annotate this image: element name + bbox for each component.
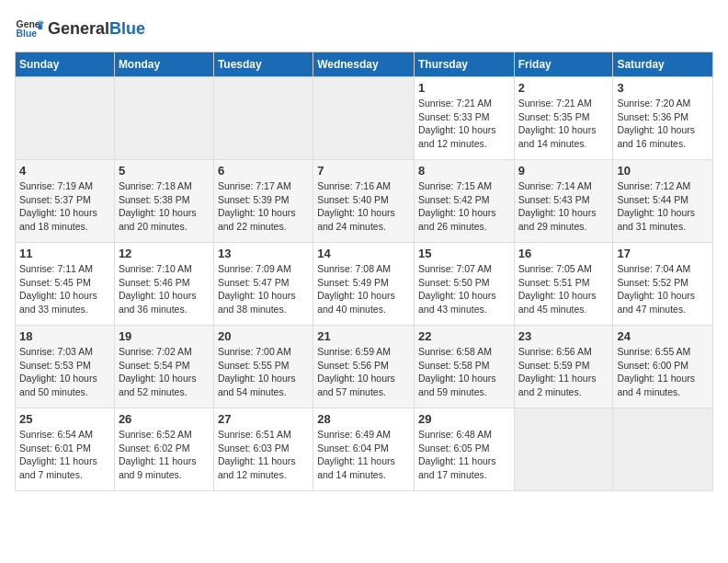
logo: General Blue GeneralBlue [15, 15, 145, 44]
page-header: General Blue GeneralBlue [15, 15, 713, 44]
day-info: Sunrise: 7:09 AM Sunset: 5:47 PM Dayligh… [218, 262, 309, 316]
day-info: Sunrise: 7:16 AM Sunset: 5:40 PM Dayligh… [317, 179, 410, 234]
day-number: 12 [119, 247, 210, 260]
day-cell: 4Sunrise: 7:19 AM Sunset: 5:37 PM Daylig… [16, 160, 115, 243]
day-number: 28 [317, 412, 410, 426]
week-row-4: 18Sunrise: 7:03 AM Sunset: 5:53 PM Dayli… [16, 326, 713, 408]
day-cell: 6Sunrise: 7:17 AM Sunset: 5:39 PM Daylig… [213, 160, 313, 243]
day-info: Sunrise: 7:00 AM Sunset: 5:55 PM Dayligh… [218, 345, 309, 399]
day-number: 10 [617, 164, 709, 178]
day-number: 6 [218, 164, 309, 178]
day-cell: 9Sunrise: 7:14 AM Sunset: 5:43 PM Daylig… [514, 160, 613, 243]
day-cell: 11Sunrise: 7:11 AM Sunset: 5:45 PM Dayli… [16, 243, 115, 326]
day-number: 14 [317, 247, 410, 260]
day-info: Sunrise: 7:21 AM Sunset: 5:33 PM Dayligh… [418, 97, 510, 151]
day-number: 27 [218, 412, 309, 426]
col-header-wednesday: Wednesday [313, 52, 415, 77]
svg-text:Blue: Blue [17, 29, 38, 39]
day-cell: 10Sunrise: 7:12 AM Sunset: 5:44 PM Dayli… [613, 160, 713, 243]
day-number: 11 [19, 247, 110, 260]
day-number: 21 [317, 329, 410, 343]
week-row-5: 25Sunrise: 6:54 AM Sunset: 6:01 PM Dayli… [16, 408, 713, 491]
day-cell: 27Sunrise: 6:51 AM Sunset: 6:03 PM Dayli… [213, 408, 313, 491]
day-cell: 25Sunrise: 6:54 AM Sunset: 6:01 PM Dayli… [16, 408, 115, 491]
day-cell: 29Sunrise: 6:48 AM Sunset: 6:05 PM Dayli… [414, 408, 514, 491]
week-row-2: 4Sunrise: 7:19 AM Sunset: 5:37 PM Daylig… [16, 160, 713, 243]
day-cell: 13Sunrise: 7:09 AM Sunset: 5:47 PM Dayli… [213, 243, 313, 326]
day-cell [213, 77, 313, 160]
day-info: Sunrise: 6:58 AM Sunset: 5:58 PM Dayligh… [418, 345, 510, 399]
day-number: 5 [119, 164, 210, 178]
day-info: Sunrise: 7:14 AM Sunset: 5:43 PM Dayligh… [518, 179, 609, 234]
day-cell [114, 77, 213, 160]
day-cell: 14Sunrise: 7:08 AM Sunset: 5:49 PM Dayli… [313, 243, 415, 326]
day-cell: 22Sunrise: 6:58 AM Sunset: 5:58 PM Dayli… [414, 326, 514, 408]
day-number: 4 [19, 164, 110, 178]
day-info: Sunrise: 7:03 AM Sunset: 5:53 PM Dayligh… [19, 345, 110, 399]
day-info: Sunrise: 7:21 AM Sunset: 5:35 PM Dayligh… [518, 97, 609, 151]
col-header-saturday: Saturday [613, 52, 713, 77]
day-cell: 19Sunrise: 7:02 AM Sunset: 5:54 PM Dayli… [114, 326, 213, 408]
day-info: Sunrise: 6:51 AM Sunset: 6:03 PM Dayligh… [218, 428, 309, 482]
day-cell: 21Sunrise: 6:59 AM Sunset: 5:56 PM Dayli… [313, 326, 415, 408]
day-cell: 23Sunrise: 6:56 AM Sunset: 5:59 PM Dayli… [514, 326, 613, 408]
calendar-table: SundayMondayTuesdayWednesdayThursdayFrid… [15, 52, 713, 491]
day-cell: 26Sunrise: 6:52 AM Sunset: 6:02 PM Dayli… [114, 408, 213, 491]
day-cell: 16Sunrise: 7:05 AM Sunset: 5:51 PM Dayli… [514, 243, 613, 326]
day-cell: 17Sunrise: 7:04 AM Sunset: 5:52 PM Dayli… [613, 243, 713, 326]
day-cell [16, 77, 115, 160]
day-cell: 24Sunrise: 6:55 AM Sunset: 6:00 PM Dayli… [613, 326, 713, 408]
day-cell: 12Sunrise: 7:10 AM Sunset: 5:46 PM Dayli… [114, 243, 213, 326]
day-number: 13 [218, 247, 309, 260]
day-cell: 2Sunrise: 7:21 AM Sunset: 5:35 PM Daylig… [514, 77, 613, 160]
day-info: Sunrise: 6:49 AM Sunset: 6:04 PM Dayligh… [317, 428, 410, 482]
day-info: Sunrise: 7:12 AM Sunset: 5:44 PM Dayligh… [617, 179, 709, 234]
col-header-sunday: Sunday [16, 52, 115, 77]
day-number: 2 [518, 81, 609, 95]
day-number: 20 [218, 329, 309, 343]
day-number: 9 [518, 164, 609, 178]
day-info: Sunrise: 6:54 AM Sunset: 6:01 PM Dayligh… [19, 428, 110, 482]
day-info: Sunrise: 7:07 AM Sunset: 5:50 PM Dayligh… [418, 262, 510, 316]
day-info: Sunrise: 6:48 AM Sunset: 6:05 PM Dayligh… [418, 428, 510, 482]
col-header-monday: Monday [114, 52, 213, 77]
day-info: Sunrise: 7:04 AM Sunset: 5:52 PM Dayligh… [617, 262, 709, 316]
header-row: SundayMondayTuesdayWednesdayThursdayFrid… [16, 52, 713, 77]
day-number: 8 [418, 164, 510, 178]
week-row-1: 1Sunrise: 7:21 AM Sunset: 5:33 PM Daylig… [16, 77, 713, 160]
day-number: 25 [19, 412, 110, 426]
day-info: Sunrise: 7:10 AM Sunset: 5:46 PM Dayligh… [119, 262, 210, 316]
day-cell [313, 77, 415, 160]
day-number: 26 [119, 412, 210, 426]
day-number: 22 [418, 329, 510, 343]
day-info: Sunrise: 7:02 AM Sunset: 5:54 PM Dayligh… [119, 345, 210, 399]
day-cell: 20Sunrise: 7:00 AM Sunset: 5:55 PM Dayli… [213, 326, 313, 408]
day-number: 19 [119, 329, 210, 343]
logo-text: GeneralBlue [48, 20, 145, 39]
day-cell: 5Sunrise: 7:18 AM Sunset: 5:38 PM Daylig… [114, 160, 213, 243]
day-number: 7 [317, 164, 410, 178]
day-cell [514, 408, 613, 491]
day-info: Sunrise: 7:08 AM Sunset: 5:49 PM Dayligh… [317, 262, 410, 316]
day-info: Sunrise: 6:55 AM Sunset: 6:00 PM Dayligh… [617, 345, 709, 399]
day-number: 23 [518, 329, 609, 343]
day-cell: 8Sunrise: 7:15 AM Sunset: 5:42 PM Daylig… [414, 160, 514, 243]
day-info: Sunrise: 7:11 AM Sunset: 5:45 PM Dayligh… [19, 262, 110, 316]
day-cell: 3Sunrise: 7:20 AM Sunset: 5:36 PM Daylig… [613, 77, 713, 160]
day-info: Sunrise: 6:56 AM Sunset: 5:59 PM Dayligh… [518, 345, 609, 399]
week-row-3: 11Sunrise: 7:11 AM Sunset: 5:45 PM Dayli… [16, 243, 713, 326]
day-info: Sunrise: 7:19 AM Sunset: 5:37 PM Dayligh… [19, 179, 110, 234]
day-number: 29 [418, 412, 510, 426]
day-number: 3 [617, 81, 709, 95]
day-number: 16 [518, 247, 609, 260]
day-number: 15 [418, 247, 510, 260]
col-header-tuesday: Tuesday [213, 52, 313, 77]
day-number: 24 [617, 329, 709, 343]
day-cell: 7Sunrise: 7:16 AM Sunset: 5:40 PM Daylig… [313, 160, 415, 243]
day-info: Sunrise: 7:05 AM Sunset: 5:51 PM Dayligh… [518, 262, 609, 316]
col-header-thursday: Thursday [414, 52, 514, 77]
day-info: Sunrise: 7:17 AM Sunset: 5:39 PM Dayligh… [218, 179, 309, 234]
day-number: 17 [617, 247, 709, 260]
day-info: Sunrise: 7:18 AM Sunset: 5:38 PM Dayligh… [119, 179, 210, 234]
day-cell: 1Sunrise: 7:21 AM Sunset: 5:33 PM Daylig… [414, 77, 514, 160]
